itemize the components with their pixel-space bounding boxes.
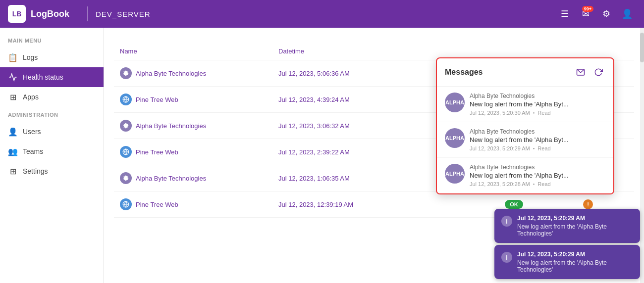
sidebar-item-logs[interactable]: 📋 Logs [0, 47, 104, 67]
name-cell: Pine Tree Web [114, 139, 272, 165]
main-menu-label: MAIN MENU [0, 38, 104, 47]
menu-icon-btn[interactable]: ☰ [556, 5, 574, 23]
app-name-text: Pine Tree Web [136, 96, 178, 103]
notification-info-icon: i [501, 252, 512, 263]
content-area: Name Datetime Alpha Byte Technolog [104, 28, 644, 283]
message-sender: Alpha Byte Technologies [470, 93, 605, 99]
message-status: Read [537, 181, 550, 187]
message-avatar: ALPHA [445, 93, 465, 112]
notification-text: New log alert from the 'Alpha Byte Techn… [517, 259, 633, 273]
header-divider [87, 6, 88, 21]
notification-body: Jul 12, 2023, 5:20:29 AM New log alert f… [517, 215, 633, 237]
message-item[interactable]: ALPHA Alpha Byte Technologies New log al… [437, 158, 613, 193]
name-cell: Alpha Byte Technologies [114, 165, 272, 191]
apps-icon: ⊞ [8, 92, 18, 102]
message-item[interactable]: ALPHA Alpha Byte Technologies New log al… [437, 87, 613, 122]
notification-toast[interactable]: i Jul 12, 2023, 5:20:29 AM New log alert… [494, 245, 640, 279]
messages-title: Messages [445, 68, 483, 77]
app-name: Pine Tree Web [120, 198, 267, 210]
message-dot: ● [533, 111, 535, 114]
message-sender: Alpha Byte Technologies [470, 164, 605, 171]
message-datetime: Jul 12, 2023, 5:20:30 AM [470, 110, 530, 116]
server-name: DEV_SERVER [96, 10, 151, 18]
app-name: Alpha Byte Technologies [120, 172, 267, 184]
datetime-value: Jul 12, 2023, 1:06:35 AM [278, 175, 350, 182]
message-text: New log alert from the 'Alpha Byt... [470, 172, 605, 179]
sidebar-item-apps[interactable]: ⊞ Apps [0, 87, 104, 107]
message-dot: ● [533, 147, 535, 150]
logs-icon: 📋 [8, 52, 18, 62]
app-name: Pine Tree Web [120, 94, 267, 105]
notification-time: Jul 12, 2023, 5:20:29 AM [517, 251, 633, 258]
user-profile-btn[interactable]: 👤 [618, 5, 636, 23]
message-item[interactable]: ALPHA Alpha Byte Technologies New log al… [437, 122, 613, 158]
message-avatar: ALPHA [445, 164, 465, 184]
datetime-value: Jul 12, 2023, 2:39:22 AM [278, 148, 350, 156]
messages-icon-btn[interactable]: ✉ 99+ [577, 5, 594, 23]
messages-popup-header: Messages [437, 58, 613, 87]
messages-popup: Messages [436, 57, 614, 194]
message-text: New log alert from the 'Alpha Byt... [470, 100, 605, 108]
name-cell: Alpha Byte Technologies [114, 113, 272, 139]
message-avatar: ALPHA [445, 128, 465, 148]
notification-time: Jul 12, 2023, 5:20:29 AM [517, 215, 633, 222]
name-cell: Pine Tree Web [114, 191, 272, 218]
app-icon [120, 67, 132, 79]
sidebar-item-users-label: Users [23, 128, 41, 136]
sidebar-item-teams-label: Teams [23, 147, 43, 155]
datetime-cell: Jul 12, 2023, 12:39:19 AM [272, 191, 499, 218]
app-icon [120, 94, 132, 105]
sidebar-item-users[interactable]: 👤 Users [0, 122, 104, 142]
messages-list: ALPHA Alpha Byte Technologies New log al… [437, 87, 613, 193]
messages-refresh-btn[interactable] [591, 65, 605, 79]
app-name: LogBook [31, 9, 69, 19]
app-header: LB LogBook DEV_SERVER ☰ ✉ 99+ ⚙ 👤 [0, 0, 644, 28]
app-name-text: Pine Tree Web [136, 201, 178, 208]
sidebar-item-logs-label: Logs [23, 53, 38, 61]
logo-icon: LB [8, 5, 26, 23]
notifications-container: i Jul 12, 2023, 5:20:29 AM New log alert… [490, 205, 644, 283]
messages-badge: 99+ [582, 6, 593, 12]
health-status-icon [8, 72, 18, 82]
message-meta: Jul 12, 2023, 5:20:29 AM ● Read [470, 145, 605, 151]
settings-icon: ⊞ [8, 166, 18, 176]
col-name: Name [114, 43, 272, 60]
settings-notif-btn[interactable]: ⚙ [597, 5, 615, 23]
user-icon: 👤 [622, 8, 633, 19]
users-icon: 👤 [8, 127, 18, 137]
notification-info-icon: i [501, 216, 512, 227]
menu-icon: ☰ [561, 8, 569, 19]
sidebar-item-settings[interactable]: ⊞ Settings [0, 161, 104, 181]
message-datetime: Jul 12, 2023, 5:20:28 AM [470, 181, 530, 187]
app-icon [120, 172, 132, 184]
sidebar-item-apps-label: Apps [23, 93, 39, 101]
message-body: Alpha Byte Technologies New log alert fr… [470, 164, 605, 187]
logo[interactable]: LB LogBook [8, 5, 69, 23]
messages-actions [574, 65, 605, 79]
notification-text: New log alert from the 'Alpha Byte Techn… [517, 223, 633, 237]
app-name: Pine Tree Web [120, 146, 267, 158]
message-meta: Jul 12, 2023, 5:20:28 AM ● Read [470, 181, 605, 187]
app-name-text: Alpha Byte Technologies [136, 175, 206, 182]
messages-mail-btn[interactable] [574, 65, 588, 79]
datetime-value: Jul 12, 2023, 12:39:19 AM [278, 201, 353, 208]
message-meta: Jul 12, 2023, 5:20:30 AM ● Read [470, 110, 605, 116]
message-status: Read [537, 110, 550, 116]
message-body: Alpha Byte Technologies New log alert fr… [470, 128, 605, 151]
notification-toast[interactable]: i Jul 12, 2023, 5:20:29 AM New log alert… [494, 209, 640, 243]
message-body: Alpha Byte Technologies New log alert fr… [470, 93, 605, 116]
app-name-text: Pine Tree Web [136, 148, 178, 156]
admin-label: ADMINISTRATION [0, 112, 104, 122]
sidebar-item-teams[interactable]: 👥 Teams [0, 142, 104, 161]
scrollbar-thumb[interactable] [640, 33, 644, 62]
app-icon [120, 198, 132, 210]
app-icon [120, 120, 132, 132]
app-name-text: Alpha Byte Technologies [136, 70, 206, 77]
sidebar-item-health-status[interactable]: Health status [0, 67, 104, 87]
sidebar: MAIN MENU 📋 Logs Health status ⊞ Apps AD… [0, 28, 104, 283]
name-cell: Pine Tree Web [114, 87, 272, 113]
datetime-value: Jul 12, 2023, 4:39:24 AM [278, 96, 350, 103]
sidebar-item-settings-label: Settings [23, 167, 48, 175]
datetime-value: Jul 12, 2023, 3:06:32 AM [278, 122, 350, 130]
teams-icon: 👥 [8, 146, 18, 156]
